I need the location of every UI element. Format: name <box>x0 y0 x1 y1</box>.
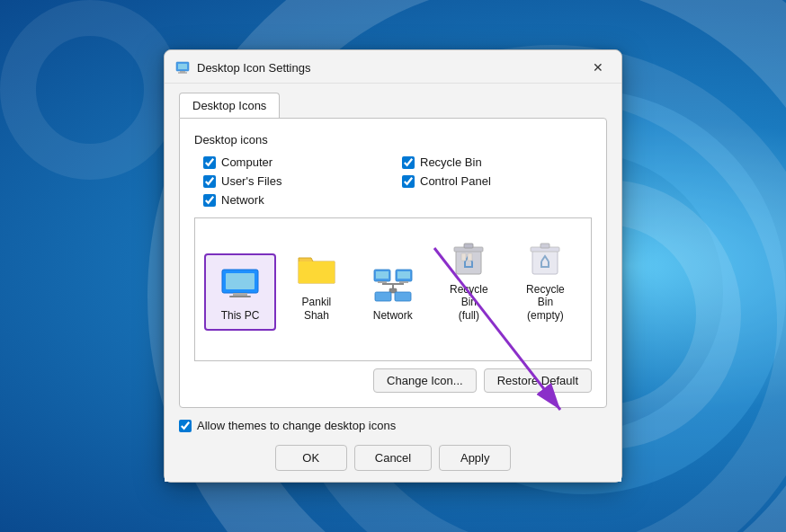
svg-rect-24 <box>532 251 558 274</box>
dialog-icon <box>175 60 190 75</box>
desktop-icons-checkboxes: Computer Recycle Bin User's Files Contro… <box>194 155 592 207</box>
svg-rect-1 <box>178 64 187 69</box>
svg-rect-6 <box>233 293 247 296</box>
checkbox-controlpanel-label: Control Panel <box>420 174 491 188</box>
checkbox-computer[interactable]: Computer <box>203 155 384 169</box>
restore-default-button[interactable]: Restore Default <box>484 368 592 393</box>
tabs-container: Desktop Icons <box>165 84 621 118</box>
this-pc-icon <box>219 262 262 306</box>
svg-rect-21 <box>464 244 473 248</box>
svg-rect-18 <box>395 292 411 301</box>
icon-this-pc-label: This PC <box>221 309 260 322</box>
ok-button[interactable]: OK <box>275 445 347 471</box>
svg-rect-9 <box>376 271 389 279</box>
icon-pankil-shah[interactable]: Pankil Shah <box>280 240 353 331</box>
svg-rect-7 <box>229 296 251 297</box>
svg-rect-3 <box>178 73 187 74</box>
apply-button[interactable]: Apply <box>439 445 511 471</box>
icon-recycle-bin-empty[interactable]: Recycle Bin (empty) <box>509 227 582 331</box>
desktop-icons-section-label: Desktop icons <box>194 133 592 146</box>
svg-rect-13 <box>399 281 408 283</box>
checkbox-computer-label: Computer <box>221 155 272 169</box>
tab-desktop-icons[interactable]: Desktop Icons <box>179 93 280 118</box>
title-bar: Desktop Icon Settings ✕ <box>165 50 621 84</box>
checkbox-usersfiles[interactable]: User's Files <box>203 174 384 188</box>
svg-rect-26 <box>540 244 549 248</box>
user-folder-icon <box>295 249 338 292</box>
action-buttons: Change Icon... Restore Default <box>194 368 592 393</box>
network-icon <box>371 262 415 306</box>
change-icon-button[interactable]: Change Icon... <box>373 368 477 393</box>
icons-row: This PC Pankil Shah <box>204 227 582 331</box>
bottom-area: Allow themes to change desktop icons OK … <box>165 408 621 482</box>
checkbox-network-label: Network <box>221 193 264 207</box>
icon-recycle-bin-full-label: Recycle Bin (full) <box>442 283 496 322</box>
close-button[interactable]: ✕ <box>585 58 611 77</box>
icon-this-pc[interactable]: This PC <box>204 253 276 331</box>
checkbox-recyclebin[interactable]: Recycle Bin <box>402 155 583 169</box>
checkbox-controlpanel[interactable]: Control Panel <box>402 174 583 188</box>
svg-rect-10 <box>378 281 387 283</box>
dialog-title: Desktop Icon Settings <box>197 61 578 75</box>
checkbox-recyclebin-label: Recycle Bin <box>420 155 482 169</box>
svg-rect-15 <box>392 283 394 288</box>
footer-buttons: OK Cancel Apply <box>179 445 607 471</box>
svg-rect-22 <box>461 253 466 261</box>
allow-themes-label: Allow themes to change desktop icons <box>197 419 396 432</box>
recycle-bin-full-icon <box>447 236 490 279</box>
icon-recycle-bin-empty-label: Recycle Bin (empty) <box>518 283 573 322</box>
svg-rect-12 <box>397 271 410 279</box>
icon-network-label: Network <box>373 309 413 322</box>
icon-pankil-shah-label: Pankil Shah <box>289 296 344 322</box>
svg-rect-17 <box>375 292 391 301</box>
cancel-button[interactable]: Cancel <box>354 445 432 471</box>
allow-themes-checkbox[interactable]: Allow themes to change desktop icons <box>179 419 607 432</box>
checkbox-network[interactable]: Network <box>203 193 384 207</box>
content-area: Desktop icons Computer Recycle Bin User'… <box>179 118 607 408</box>
desktop-icon-settings-dialog: Desktop Icon Settings ✕ Desktop Icons De… <box>164 49 622 483</box>
icons-selection-area: This PC Pankil Shah <box>194 217 592 361</box>
icon-recycle-bin-full[interactable]: Recycle Bin (full) <box>433 227 505 331</box>
recycle-bin-empty-icon <box>523 236 567 279</box>
svg-rect-23 <box>468 253 472 261</box>
svg-rect-2 <box>180 71 185 73</box>
checkbox-usersfiles-label: User's Files <box>221 174 282 188</box>
svg-rect-5 <box>226 273 255 289</box>
icon-network[interactable]: Network <box>357 253 429 331</box>
dialog-overlay: Desktop Icon Settings ✕ Desktop Icons De… <box>0 0 786 532</box>
